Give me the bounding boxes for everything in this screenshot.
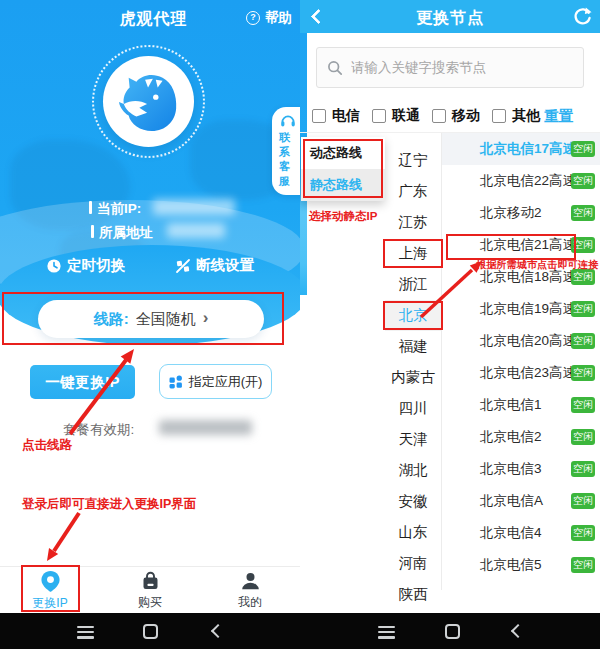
annotation-box-line-card (2, 292, 284, 345)
android-menu-icon[interactable] (378, 626, 395, 639)
checkbox-mobile[interactable] (432, 109, 446, 123)
province-item-河南[interactable]: 河南 (385, 548, 441, 579)
ip-row-marker (89, 201, 92, 214)
node-item-北京电信17高速[interactable]: 北京电信17高速空闲 (442, 133, 600, 165)
checkbox-telecom[interactable] (312, 109, 326, 123)
node-name: 北京电信23高速 (480, 364, 576, 382)
disconnect-settings-label: 断线设置 (196, 256, 254, 275)
help-button[interactable]: ? 帮助 (246, 9, 292, 27)
node-status-badge: 空闲 (571, 429, 595, 445)
node-name: 北京电信21高速 (480, 236, 576, 254)
province-item-内蒙古[interactable]: 内蒙古 (385, 362, 441, 393)
change-ip-button[interactable]: 一键更换IP (30, 365, 135, 399)
node-item-北京电信20高速[interactable]: 北京电信20高速空闲 (442, 325, 600, 357)
app-grid-icon (169, 375, 183, 389)
current-ip-value-redacted (153, 199, 235, 215)
node-item-北京电信2[interactable]: 北京电信2空闲 (442, 421, 600, 453)
node-name: 北京电信3 (480, 460, 542, 478)
address-row-marker (91, 225, 94, 238)
node-name: 北京电信17高速 (480, 140, 576, 158)
checkbox-other[interactable] (492, 109, 506, 123)
tab-purchase[interactable]: 购买 (120, 570, 180, 611)
province-item-广东[interactable]: 广东 (385, 176, 441, 207)
node-item-北京电信19高速[interactable]: 北京电信19高速空闲 (442, 293, 600, 325)
node-name: 北京电信1 (480, 396, 542, 414)
node-name: 北京电信2 (480, 428, 542, 446)
tab-purchase-label: 购买 (138, 594, 162, 611)
province-item-上海[interactable]: 上海 (385, 238, 441, 269)
node-status-badge: 空闲 (571, 525, 595, 541)
filter-unicom[interactable]: 联通 (372, 107, 420, 125)
plan-expiry-label: 套餐有效期: (63, 421, 134, 439)
address-value-redacted (167, 223, 225, 238)
node-name: 北京电信4 (480, 524, 542, 542)
android-back-icon[interactable] (511, 624, 525, 638)
province-item-福建[interactable]: 福建 (385, 331, 441, 362)
help-label: 帮助 (265, 9, 292, 27)
reset-button[interactable]: 重置 (544, 107, 573, 126)
province-item-山东[interactable]: 山东 (385, 517, 441, 548)
filter-telecom[interactable]: 电信 (312, 107, 360, 125)
node-item-北京电信21高速[interactable]: 北京电信21高速空闲 (442, 229, 600, 261)
node-search-box[interactable] (316, 47, 584, 88)
annotation-box-change-ip-tab (21, 565, 80, 612)
timed-switch-button[interactable]: 定时切换 (46, 256, 125, 275)
app-filter-button[interactable]: 指定应用(开) (159, 364, 272, 399)
node-status-badge: 空闲 (571, 493, 595, 509)
province-item-天津[interactable]: 天津 (385, 424, 441, 455)
province-item-北京[interactable]: 北京 (385, 300, 441, 331)
node-status-badge: 空闲 (571, 301, 595, 317)
province-item-安徽[interactable]: 安徽 (385, 486, 441, 517)
node-item-北京移动2[interactable]: 北京移动2空闲 (442, 197, 600, 229)
android-home-icon[interactable] (143, 624, 158, 639)
filter-mobile[interactable]: 移动 (432, 107, 480, 125)
tab-profile-label: 我的 (238, 594, 262, 611)
filter-unicom-label: 联通 (392, 107, 420, 125)
timed-switch-label: 定时切换 (67, 256, 125, 275)
checkbox-unicom[interactable] (372, 109, 386, 123)
disconnect-settings-button[interactable]: 断线设置 (175, 256, 254, 275)
annotation-route-hint: 选择动静态IP (309, 209, 377, 224)
province-item-辽宁[interactable]: 辽宁 (385, 145, 441, 176)
refresh-icon[interactable] (572, 6, 593, 27)
disconnect-icon (175, 258, 191, 274)
contact-support-label: 联系客服 (279, 130, 293, 188)
node-item-北京电信4[interactable]: 北京电信4空闲 (442, 517, 600, 549)
node-item-北京电信A[interactable]: 北京电信A空闲 (442, 485, 600, 517)
user-icon (240, 570, 261, 592)
node-name: 北京电信22高速 (480, 172, 576, 190)
node-name: 北京移动2 (480, 204, 542, 222)
address-label: 所属地址 (99, 224, 153, 242)
tab-profile[interactable]: 我的 (220, 570, 280, 611)
node-status-badge: 空闲 (571, 557, 595, 573)
android-menu-icon[interactable] (77, 626, 94, 639)
node-status-badge: 空闲 (571, 461, 595, 477)
node-status-badge: 空闲 (571, 333, 595, 349)
filter-mobile-label: 移动 (452, 107, 480, 125)
node-name: 北京电信20高速 (480, 332, 576, 350)
node-list: 北京电信17高速空闲北京电信22高速空闲北京移动2空闲北京电信21高速空闲北京电… (442, 133, 600, 581)
node-picker-panel: 更换节点 电信 联通 移动 其他 重置 (300, 0, 600, 649)
node-item-北京电信5[interactable]: 北京电信5空闲 (442, 549, 600, 581)
node-item-北京电信1[interactable]: 北京电信1空闲 (442, 389, 600, 421)
node-status-badge: 空闲 (571, 205, 595, 221)
filter-telecom-label: 电信 (332, 107, 360, 125)
screenshot-stage: 虎观代理 ? 帮助 (0, 0, 600, 649)
filter-other[interactable]: 其他 (492, 107, 540, 125)
province-item-浙江[interactable]: 浙江 (385, 269, 441, 300)
android-back-icon[interactable] (211, 624, 225, 638)
search-input[interactable] (351, 60, 573, 75)
tiger-icon (118, 71, 180, 133)
node-item-北京电信22高速[interactable]: 北京电信22高速空闲 (442, 165, 600, 197)
province-list: 辽宁广东江苏上海浙江北京福建内蒙古四川天津湖北安徽山东河南陕西 (385, 145, 441, 610)
node-name: 北京电信A (480, 492, 543, 510)
node-item-北京电信3[interactable]: 北京电信3空闲 (442, 453, 600, 485)
shopping-bag-icon (140, 570, 161, 592)
node-item-北京电信23高速[interactable]: 北京电信23高速空闲 (442, 357, 600, 389)
province-item-江苏[interactable]: 江苏 (385, 207, 441, 238)
province-item-湖北[interactable]: 湖北 (385, 455, 441, 486)
province-item-四川[interactable]: 四川 (385, 393, 441, 424)
node-status-badge: 空闲 (571, 397, 595, 413)
province-item-陕西[interactable]: 陕西 (385, 579, 441, 610)
android-home-icon[interactable] (445, 624, 460, 639)
